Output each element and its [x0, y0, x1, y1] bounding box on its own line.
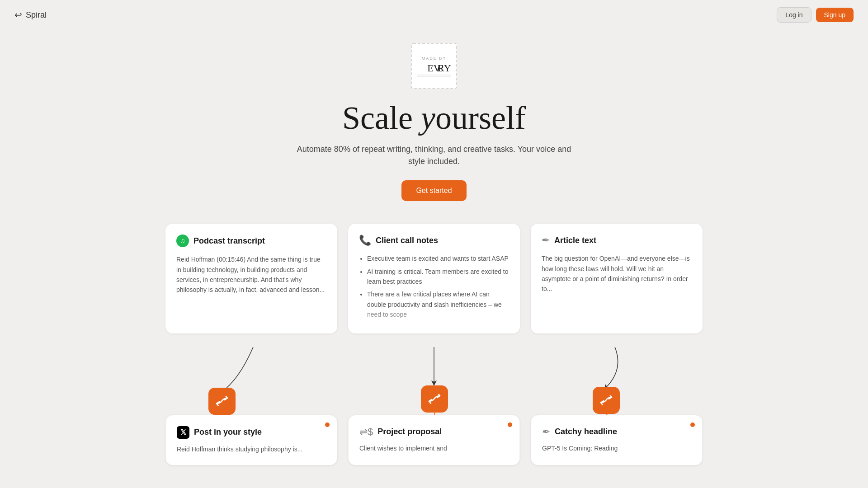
headline-output-card-header: ✒ Catchy headline [542, 426, 691, 438]
svg-text:MADE BY: MADE BY [422, 56, 447, 61]
header: ↩ Spiral Log in Sign up [0, 0, 868, 30]
stamp-badge: MADE BY EV E RY [407, 39, 461, 93]
logo[interactable]: ↩ Spiral [14, 9, 47, 20]
dollar-icon: ⇌$ [359, 426, 373, 438]
spiral-button-right[interactable] [593, 387, 620, 414]
x-icon: 𝕏 [177, 426, 189, 439]
podcast-card-content: Reid Hoffman (00:15:46) And the same thi… [176, 254, 326, 295]
spiral-button-mid[interactable] [421, 385, 448, 413]
headline-output-card-content: GPT-5 Is Coming: Reading [542, 443, 691, 453]
input-cards-section: ♫ Podcast transcript Reid Hoffman (00:15… [0, 215, 868, 342]
hero-section: MADE BY EV E RY Scale yourself Automate … [0, 30, 868, 215]
article-card-title: Article text [554, 236, 596, 245]
dot-indicator [508, 422, 512, 427]
client-call-card-title: Client call notes [376, 236, 438, 245]
post-output-card-content: Reid Hoffman thinks studying philosophy … [177, 444, 326, 454]
article-card-content: The big question for OpenAI—and everyone… [542, 253, 692, 294]
hero-subtitle: Automate 80% of repeat writing, thinking… [294, 143, 574, 168]
proposal-output-card-content: Client wishes to implement and [359, 443, 509, 453]
proposal-output-card: ⇌$ Project proposal Client wishes to imp… [348, 415, 520, 465]
post-output-card: 𝕏 Post in your style Reid Hoffman thinks… [165, 415, 337, 465]
logo-text: Spiral [26, 10, 47, 20]
logo-arrow-icon: ↩ [14, 9, 22, 20]
article-card-header: ✒ Article text [542, 235, 692, 246]
headline-output-card: ✒ Catchy headline GPT-5 Is Coming: Readi… [531, 415, 703, 465]
list-item: AI training is critical. Team members ar… [367, 267, 509, 287]
output-cards-section: 𝕏 Post in your style Reid Hoffman thinks… [0, 415, 868, 483]
login-button[interactable]: Log in [777, 7, 811, 23]
list-item: Executive team is excited and wants to s… [367, 253, 509, 263]
proposal-output-card-header: ⇌$ Project proposal [359, 426, 509, 438]
article-card: ✒ Article text The big question for Open… [531, 224, 703, 333]
post-output-card-header: 𝕏 Post in your style [177, 426, 326, 439]
proposal-output-card-title: Project proposal [377, 427, 442, 436]
flow-section [0, 343, 868, 424]
spotify-icon: ♫ [176, 235, 189, 247]
dot-indicator [325, 422, 330, 427]
client-call-card: 📞 Client call notes Executive team is ex… [348, 224, 520, 333]
podcast-card: ♫ Podcast transcript Reid Hoffman (00:15… [165, 224, 337, 333]
podcast-card-header: ♫ Podcast transcript [176, 235, 326, 247]
header-buttons: Log in Sign up [777, 7, 854, 23]
dot-indicator [690, 422, 695, 427]
client-call-card-header: 📞 Client call notes [359, 235, 509, 246]
podcast-card-title: Podcast transcript [193, 236, 265, 246]
svg-text:RY: RY [438, 62, 451, 74]
get-started-button[interactable]: Get started [401, 180, 466, 201]
post-output-card-title: Post in your style [194, 427, 262, 437]
signup-button[interactable]: Sign up [816, 8, 854, 22]
spiral-button-left[interactable] [208, 388, 236, 415]
quill-icon: ✒ [542, 235, 550, 246]
hero-title: Scale yourself [342, 100, 526, 136]
headline-output-card-title: Catchy headline [555, 427, 617, 436]
phone-icon: 📞 [359, 235, 371, 246]
article-icon: ✒ [542, 426, 550, 438]
